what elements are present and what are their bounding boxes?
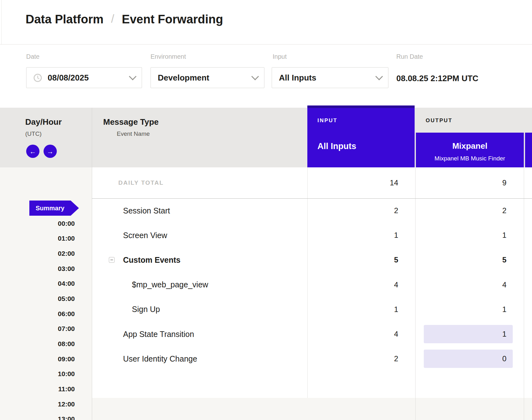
next-output-column-sliver <box>525 133 532 167</box>
output-column-header[interactable]: Mixpanel Mixpanel MB Music Finder <box>416 133 524 167</box>
event-name-label: Sign Up <box>132 297 160 322</box>
input-filter-value: All Inputs <box>279 73 316 83</box>
environment-filter-value: Development <box>158 73 209 83</box>
event-name-label: $mp_web_page_view <box>132 273 208 297</box>
input-count-cell: 1 <box>307 223 415 248</box>
hour-row[interactable]: 02:00 <box>0 246 75 261</box>
output-count-cell: 2 <box>415 198 524 223</box>
event-name-label: Screen View <box>123 223 167 248</box>
table-row: $mp_web_page_view44 <box>92 273 532 297</box>
event-forwarding-page: Data Platform / Event Forwarding Date 08… <box>0 0 532 420</box>
input-column-header[interactable] <box>307 105 415 167</box>
summary-tab-label: Summary <box>36 205 64 212</box>
input-count-cell: 2 <box>307 198 415 223</box>
highlight-box <box>424 325 513 343</box>
hour-row[interactable]: 04:00 <box>0 276 75 291</box>
environment-filter-dropdown[interactable]: Development <box>151 67 264 88</box>
arrow-left-icon: ← <box>30 148 36 155</box>
input-count-cell: 4 <box>307 322 415 346</box>
chevron-down-icon <box>129 73 136 80</box>
hour-row[interactable]: 08:00 <box>0 336 75 351</box>
hour-row[interactable]: 06:00 <box>0 306 75 321</box>
daily-total-input-cell: 14 <box>307 167 415 198</box>
arrow-right-icon: → <box>47 148 54 155</box>
hour-row[interactable]: 07:00 <box>0 321 75 336</box>
input-count-cell: 4 <box>307 273 415 297</box>
table-row: User Identity Change20 <box>92 346 532 371</box>
output-column-subtitle: Mixpanel MB Music Finder <box>434 155 505 162</box>
clock-icon <box>33 74 42 82</box>
input-filter-label: Input <box>273 53 287 60</box>
date-filter-label: Date <box>26 53 39 60</box>
event-name-subheader: Event Name <box>117 130 150 137</box>
input-section-label: INPUT <box>317 117 338 124</box>
input-column-title: All Inputs <box>317 141 356 151</box>
page-title: Event Forwarding <box>122 13 223 26</box>
hour-list: 00:0001:0002:0003:0004:0005:0006:0007:00… <box>0 216 75 420</box>
input-count-cell: 2 <box>307 346 415 371</box>
highlight-box <box>424 350 513 368</box>
collapse-toggle-icon[interactable] <box>109 257 115 263</box>
daily-total-output-cell: 9 <box>415 167 524 198</box>
table-rows: Session Start22Screen View11Custom Event… <box>92 198 532 371</box>
event-name-label: Custom Events <box>123 248 180 272</box>
output-count-cell: 5 <box>415 248 524 272</box>
table-row: Screen View11 <box>92 223 532 248</box>
environment-filter-label: Environment <box>151 53 186 60</box>
input-count-cell: 5 <box>307 248 415 272</box>
run-date-value: 08.08.25 2:12PM UTC <box>396 74 478 83</box>
event-name-label: User Identity Change <box>123 346 197 371</box>
output-count-cell: 4 <box>415 273 524 297</box>
hour-row[interactable]: 03:00 <box>0 261 75 276</box>
breadcrumb-separator: / <box>111 12 114 26</box>
event-name-label: App State Transition <box>123 322 194 346</box>
date-filter-value: 08/08/2025 <box>48 73 89 83</box>
hour-row[interactable]: 01:00 <box>0 231 75 246</box>
hour-row[interactable]: 05:00 <box>0 291 75 306</box>
table-row: Custom Events55 <box>92 248 532 272</box>
run-date-label: Run Date <box>396 53 423 60</box>
table-row: App State Transition41 <box>92 322 532 346</box>
message-type-header: Message Type <box>103 117 159 127</box>
summary-tab[interactable]: Summary <box>29 201 79 216</box>
daily-total-label: DAILY TOTAL <box>118 167 164 198</box>
hour-row[interactable]: 13:00 <box>0 411 75 420</box>
breadcrumb-section-link[interactable]: Data Platform <box>26 13 103 26</box>
chevron-down-icon <box>251 73 259 80</box>
daily-total-row: DAILY TOTAL 14 9 <box>92 167 532 198</box>
next-day-button[interactable]: → <box>44 145 57 158</box>
date-filter-dropdown[interactable]: 08/08/2025 <box>26 67 142 88</box>
hour-row[interactable]: 00:00 <box>0 216 75 231</box>
day-hour-header: Day/Hour <box>25 117 62 127</box>
output-section-label: OUTPUT <box>426 117 452 124</box>
prev-day-button[interactable]: ← <box>26 145 39 158</box>
breadcrumb: Data Platform / Event Forwarding <box>26 13 223 26</box>
hour-row[interactable]: 09:00 <box>0 351 75 367</box>
output-count-cell: 1 <box>415 297 524 322</box>
output-count-cell: 1 <box>415 223 524 248</box>
table-row: Sign Up11 <box>92 297 532 322</box>
chevron-down-icon <box>375 73 383 80</box>
output-column-title: Mixpanel <box>452 141 487 151</box>
hour-row[interactable]: 12:00 <box>0 397 75 412</box>
output-count-cell: 1 <box>415 322 524 346</box>
hour-row[interactable]: 10:00 <box>0 366 75 381</box>
input-filter-dropdown[interactable]: All Inputs <box>272 67 388 88</box>
event-name-label: Session Start <box>123 198 170 223</box>
day-hour-utc-label: (UTC) <box>25 130 42 137</box>
output-count-cell: 0 <box>415 346 524 371</box>
input-count-cell: 1 <box>307 297 415 322</box>
hour-row[interactable]: 11:00 <box>0 381 75 397</box>
table-row: Session Start22 <box>92 198 532 223</box>
